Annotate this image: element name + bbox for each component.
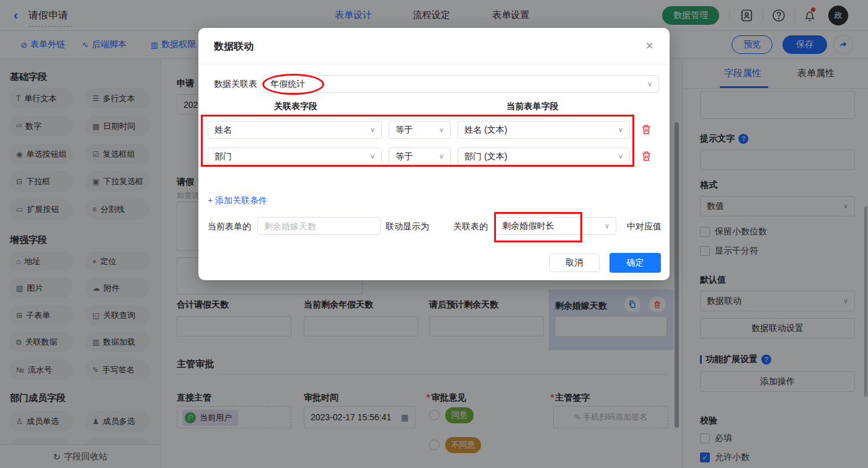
- chevron-down-icon: ∨: [439, 126, 444, 134]
- current-form-label: 当前表单的: [208, 221, 251, 232]
- column-header-current-field: 当前表单字段: [507, 101, 559, 112]
- chevron-down-icon: ∨: [370, 152, 375, 161]
- condition-right-select[interactable]: 部门 (文本)∨: [458, 148, 630, 166]
- linked-table-select[interactable]: 年假统计∨: [264, 75, 659, 93]
- related-table-label: 关联表的: [453, 221, 488, 232]
- condition-left-select[interactable]: 姓名∨: [208, 121, 382, 139]
- column-header-linked-field: 关联表字段: [274, 101, 317, 112]
- condition-op-select[interactable]: 等于∨: [389, 148, 451, 166]
- condition-right-select[interactable]: 姓名 (文本)∨: [458, 121, 630, 139]
- close-icon[interactable]: ×: [645, 39, 653, 53]
- modal-divider: [198, 64, 670, 64]
- chevron-down-icon: ∨: [618, 152, 623, 161]
- display-as-label: 联动显示为: [386, 221, 429, 232]
- chevron-down-icon: ∨: [439, 152, 444, 161]
- condition-op-select[interactable]: 等于∨: [389, 121, 451, 139]
- add-condition-link[interactable]: + 添加关联条件: [208, 195, 267, 206]
- related-field-select[interactable]: 剩余婚假时长∨: [495, 217, 616, 235]
- app-window: ‹ 请假申请 表单设计 流程设定 表单设置 数据管理: [0, 0, 868, 468]
- delete-condition-icon[interactable]: [640, 123, 653, 136]
- current-field-input[interactable]: [257, 217, 381, 235]
- cancel-button[interactable]: 取消: [549, 254, 600, 272]
- chevron-down-icon: ∨: [370, 126, 375, 134]
- modal-title: 数据联动: [214, 40, 254, 53]
- chevron-down-icon: ∨: [618, 126, 623, 134]
- data-linkage-modal: 数据联动 × 数据关联表 年假统计∨ 关联表字段 当前表单字段 姓名∨ 等于∨ …: [198, 28, 670, 280]
- corresponding-value-label: 中对应值: [627, 221, 662, 232]
- linked-table-label: 数据关联表: [214, 79, 257, 90]
- condition-left-select[interactable]: 部门∨: [208, 148, 382, 166]
- chevron-down-icon: ∨: [647, 80, 652, 88]
- delete-condition-icon[interactable]: [640, 149, 653, 163]
- confirm-button[interactable]: 确定: [609, 253, 661, 273]
- chevron-down-icon: ∨: [604, 222, 609, 230]
